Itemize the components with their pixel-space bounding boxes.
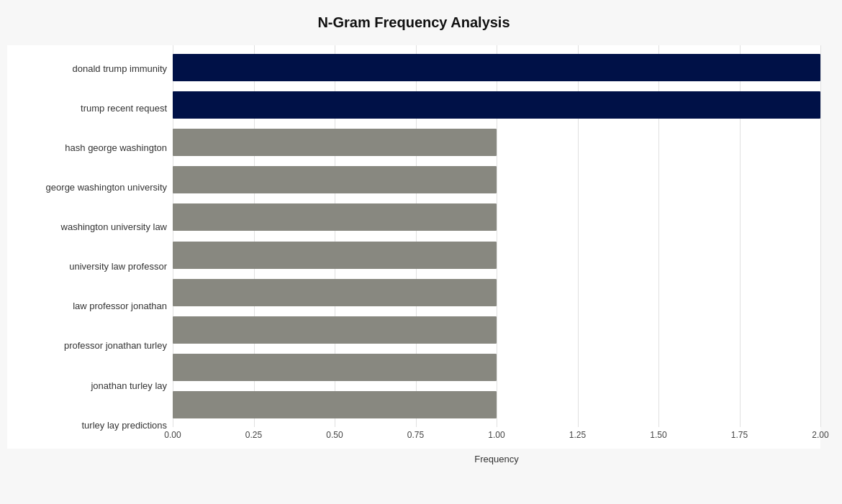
chart-inner: donald trump immunitytrump recent reques…	[7, 45, 820, 449]
bar-row	[173, 49, 820, 86]
x-tick: 1.50	[650, 430, 666, 440]
chart-title: N-Gram Frequency Analysis	[7, 14, 820, 31]
y-label: trump recent request	[7, 103, 173, 114]
grid-line	[820, 45, 821, 427]
x-tick: 0.50	[326, 430, 343, 440]
x-axis-label: Frequency	[173, 454, 820, 464]
x-tick: 0.25	[245, 430, 262, 440]
bar-row	[173, 161, 820, 198]
bar-row	[173, 386, 820, 423]
y-label: turley lay predictions	[7, 420, 173, 431]
y-label: professor jonathan turley	[7, 340, 173, 352]
y-label: university law professor	[7, 261, 173, 272]
bar-row	[173, 236, 820, 273]
y-axis-labels: donald trump immunitytrump recent reques…	[7, 45, 173, 449]
x-tick: 0.00	[164, 430, 181, 440]
y-label: washington university law	[7, 221, 173, 233]
chart-area: donald trump immunitytrump recent reques…	[7, 45, 820, 449]
y-label: law professor jonathan	[7, 301, 173, 312]
y-label: donald trump immunity	[7, 63, 173, 75]
bar-row	[173, 349, 820, 386]
x-axis: 0.000.250.500.751.001.251.501.752.00	[173, 427, 820, 449]
bar-row	[173, 124, 820, 161]
x-tick: 1.75	[731, 430, 748, 440]
bar	[173, 391, 497, 418]
bar	[173, 279, 497, 306]
y-label: jonathan turley lay	[7, 380, 173, 392]
x-tick: 1.00	[488, 430, 504, 440]
x-tick: 1.25	[569, 430, 586, 440]
bar	[173, 91, 820, 119]
bars-and-grid: 0.000.250.500.751.001.251.501.752.00 Fre…	[173, 45, 820, 449]
bar-row	[173, 311, 820, 349]
bar	[173, 242, 497, 269]
bars-wrapper	[173, 45, 820, 427]
bar	[173, 54, 820, 81]
y-label: hash george washington	[7, 142, 173, 154]
bar-row	[173, 274, 820, 311]
bar-row	[173, 86, 820, 124]
bar-row	[173, 198, 820, 236]
x-tick: 0.75	[407, 430, 424, 440]
bar	[173, 203, 497, 231]
bar	[173, 129, 497, 156]
bar	[173, 316, 497, 344]
bar	[173, 354, 497, 381]
x-tick: 2.00	[812, 430, 828, 440]
bar	[173, 166, 497, 193]
chart-container: N-Gram Frequency Analysis donald trump i…	[0, 0, 842, 504]
y-label: george washington university	[7, 182, 173, 193]
